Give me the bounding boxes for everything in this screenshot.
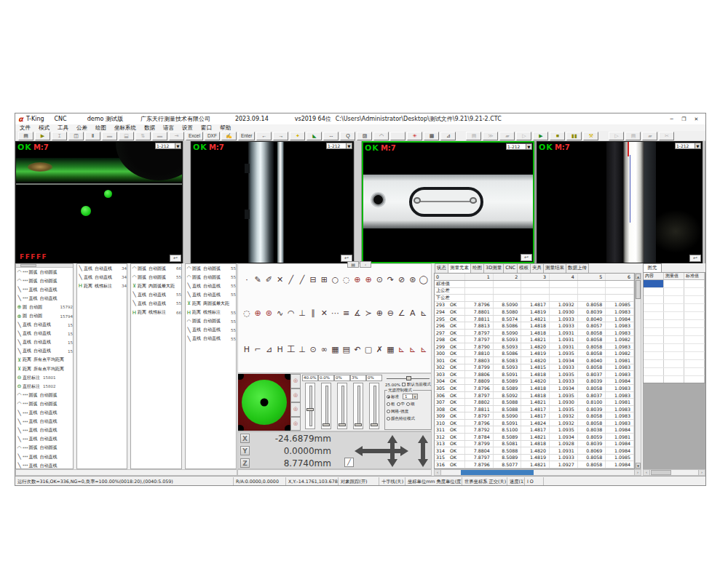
viewport-grip-icon[interactable]: ↩: [170, 255, 181, 262]
palette-tool-icon[interactable]: 工: [286, 344, 296, 355]
palette-tool-icon[interactable]: ◠: [286, 308, 296, 319]
toolbar-block-2-icon[interactable]: ⬓: [119, 132, 134, 140]
palette-tool-icon[interactable]: ⊞: [319, 274, 329, 285]
menu-item-设置[interactable]: 设置: [182, 124, 193, 131]
chevron-down-icon[interactable]: ▼: [175, 143, 181, 148]
element-item[interactable]: ╲***直线自动直线: [16, 461, 73, 469]
palette-tool-icon[interactable]: ⊖: [385, 308, 395, 319]
palette-tool-icon[interactable]: ✕: [275, 274, 285, 285]
list-item[interactable]: [644, 336, 705, 344]
camera-view-4[interactable]: OK M:7 1-212 ▼ ↩: [537, 141, 703, 263]
palette-tool-icon[interactable]: ⊛: [408, 274, 418, 285]
light-slider-track[interactable]: [353, 383, 363, 429]
table-row[interactable]: 295OK7.88118.50741.48211.09330.80401.098…: [435, 316, 634, 323]
palette-tool-icon[interactable]: ∿: [275, 308, 285, 319]
palette-tool-icon[interactable]: H: [242, 344, 252, 355]
radio-标准[interactable]: 标准: [387, 394, 399, 399]
list-item[interactable]: [644, 328, 705, 336]
element-item[interactable]: ╲***直线自动直线: [16, 409, 73, 418]
magnification-slider[interactable]: [387, 376, 430, 380]
lists-hscrollbar[interactable]: [15, 469, 237, 476]
table-row[interactable]: 300OK7.88108.50861.48191.09350.80581.098…: [435, 350, 634, 357]
element-item[interactable]: ◠圆弧自动圆弧55: [186, 273, 236, 282]
scroll-up-icon[interactable]: ▲: [636, 274, 641, 279]
toolbar-play-2-icon[interactable]: ▷: [609, 132, 624, 140]
palette-tool-icon[interactable]: ∡: [352, 308, 363, 319]
light-slider[interactable]: 3%: [350, 375, 366, 431]
jog-arrows-icon[interactable]: [355, 435, 430, 467]
close-button[interactable]: ✕: [690, 116, 703, 122]
scroll-down-icon[interactable]: ▼: [636, 463, 641, 469]
viewport-grip-icon[interactable]: ↩: [521, 254, 532, 261]
list-item[interactable]: [644, 352, 705, 360]
elements-hscrollbar[interactable]: ‹ ›: [643, 469, 705, 476]
scroll-left-icon[interactable]: ‹: [435, 470, 441, 475]
table-row[interactable]: 313OK7.87998.50811.48181.09280.80391.098…: [435, 441, 634, 448]
list-item[interactable]: [644, 376, 705, 383]
element-item[interactable]: ╲***直线自动直线: [16, 426, 73, 435]
diagonal-jog-icon[interactable]: ╱: [344, 458, 354, 467]
tab-状态[interactable]: 状态: [435, 263, 448, 273]
list-item[interactable]: [644, 320, 705, 328]
tab-数据上传[interactable]: 数据上传: [566, 263, 589, 273]
menu-item-数据[interactable]: 数据: [144, 124, 155, 131]
element-item[interactable]: ◠***圆弧自动圆弧: [16, 268, 73, 276]
toolbar-graph-icon[interactable]: ⊿: [440, 132, 456, 140]
list-item[interactable]: [644, 304, 705, 312]
table-row[interactable]: 293OK7.87968.50901.48171.09320.80581.098…: [435, 302, 634, 309]
scroll-right-icon[interactable]: ›: [634, 470, 641, 475]
element-item[interactable]: ◠***圆弧自动圆弧: [16, 399, 73, 408]
range-selector[interactable]: 1-212 ▼: [675, 143, 701, 149]
radio-网格-强度[interactable]: 网格-强度: [387, 409, 408, 414]
tab-模板[interactable]: 模板: [517, 263, 531, 273]
light-slider[interactable]: 0%: [334, 375, 350, 431]
element-item[interactable]: ◠圆弧自动圆弧55: [131, 273, 181, 282]
list-item[interactable]: [644, 288, 705, 296]
element-item[interactable]: ◠***圆弧自动圆弧: [16, 444, 73, 453]
palette-tool-icon[interactable]: ⊛: [264, 308, 274, 319]
element-item[interactable]: ╲直线自动直线55: [186, 290, 236, 299]
toolbar-play-gray-icon[interactable]: ▷: [516, 132, 531, 140]
ring-mode-icon[interactable]: ◎: [290, 402, 301, 417]
chevron-down-icon[interactable]: ▼: [695, 143, 700, 148]
toolbar-enter[interactable]: Enter: [238, 132, 256, 140]
palette-tool-icon[interactable]: ≻: [363, 308, 373, 319]
toolbar-move-updown-icon[interactable]: ⇅: [135, 132, 151, 140]
toolbar-stop-icon[interactable]: ■: [550, 132, 565, 140]
element-item[interactable]: ╲直线自动直线55: [186, 282, 236, 290]
table-row[interactable]: 299OK7.87908.50931.48201.09310.80581.098…: [435, 343, 634, 351]
table-row[interactable]: 312OK7.87848.50891.48211.09340.80591.098…: [435, 434, 634, 441]
element-item[interactable]: ╲直线自动直线55: [131, 299, 181, 308]
light-slider[interactable]: 0%: [366, 375, 382, 431]
toolbar-excel-export[interactable]: Excel: [186, 132, 203, 140]
tolerance-row[interactable]: 标准值: [435, 281, 634, 288]
list-item[interactable]: [644, 280, 705, 288]
menu-item-文件[interactable]: 文件: [20, 124, 31, 131]
minimize-button[interactable]: ─: [665, 116, 678, 122]
palette-tool-icon[interactable]: ◯: [419, 274, 429, 285]
table-row[interactable]: 307OK7.88028.50881.48211.09300.81001.098…: [435, 399, 634, 406]
radio-颜色特征模式[interactable]: 颜色特征模式: [387, 416, 415, 421]
table-row[interactable]: 302OK7.87998.50931.48151.09330.80581.098…: [435, 364, 634, 372]
tab-测量结果[interactable]: 测量结果: [543, 263, 566, 273]
toolbar-fast-forward-icon[interactable]: ≫: [483, 132, 498, 140]
tolerance-row[interactable]: 下公差: [435, 295, 634, 302]
light-slider-thumb[interactable]: [306, 408, 314, 411]
viewport-separator[interactable]: [354, 141, 362, 263]
palette-tool-icon[interactable]: ⌐: [253, 344, 263, 355]
toolbar-column-tool-icon[interactable]: Ⅱ: [85, 132, 100, 140]
palette-tool-icon[interactable]: ⊾: [408, 344, 418, 355]
element-item[interactable]: ╲直线自动直线15: [16, 347, 73, 356]
chevron-down-icon[interactable]: ▼: [526, 144, 531, 149]
palette-tool-icon[interactable]: ∠: [397, 308, 407, 319]
toolbar-tools-icon[interactable]: ⚒: [583, 132, 598, 140]
table-row[interactable]: 306OK7.87978.50921.48181.09350.80371.098…: [435, 392, 634, 399]
toolbar-hatch-icon[interactable]: ▨: [357, 132, 372, 140]
toolbar-prev-icon[interactable]: ←: [256, 132, 272, 140]
table-row[interactable]: 296OK7.88138.50861.48181.09330.80571.098…: [435, 322, 634, 330]
palette-tool-icon[interactable]: ⊿: [264, 344, 274, 355]
element-item[interactable]: ◠圆弧自动圆弧55: [186, 264, 236, 273]
light-slider-thumb[interactable]: [323, 423, 330, 426]
toolbar-cut-icon[interactable]: ✂: [659, 132, 674, 140]
ring-light-preview[interactable]: [238, 374, 290, 431]
